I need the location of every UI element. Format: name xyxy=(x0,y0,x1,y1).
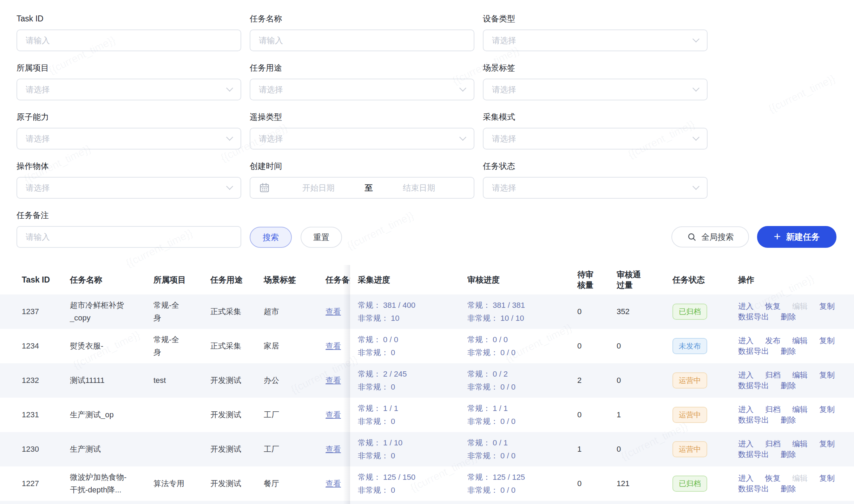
cell-pending-count: 0 xyxy=(575,307,615,316)
table-row: 1231 生产测试_op 开发测试 工厂 查看 常规： 1 / 1 非常规： 0… xyxy=(0,398,854,432)
chevron-down-icon xyxy=(459,134,466,141)
view-remark-link[interactable]: 查看 xyxy=(326,307,341,316)
action-edit[interactable]: 编辑 xyxy=(792,370,808,380)
action-enter[interactable]: 进入 xyxy=(738,370,754,380)
action-restore[interactable]: 恢复 xyxy=(765,473,781,484)
cell-pending-count: 0 xyxy=(575,341,615,351)
teleop-type-select[interactable]: 请选择 xyxy=(250,128,474,150)
collect-mode-select[interactable]: 请选择 xyxy=(483,128,708,150)
date-range-picker[interactable]: 开始日期 至 结束日期 xyxy=(250,177,474,199)
action-enter[interactable]: 进入 xyxy=(738,473,754,484)
col-header-scene: 场景标签 xyxy=(264,274,321,285)
view-remark-link[interactable]: 查看 xyxy=(326,376,341,385)
project-field: 所属项目 请选择 xyxy=(17,62,241,100)
cell-passed-count: 0 xyxy=(615,341,672,351)
action-enter[interactable]: 进入 xyxy=(738,404,754,415)
action-enter[interactable]: 进入 xyxy=(738,439,754,449)
atomic-ability-select[interactable]: 请选择 xyxy=(17,128,241,150)
task-id-field: Task ID xyxy=(17,13,241,51)
task-name-input[interactable] xyxy=(250,29,474,51)
action-copy[interactable]: 复制 xyxy=(819,336,835,346)
scene-tag-field: 场景标签 请选择 xyxy=(483,62,708,100)
action-restore[interactable]: 恢复 xyxy=(765,301,781,312)
cell-task-name: 生产测试_op xyxy=(70,409,153,421)
action-edit[interactable]: 编辑 xyxy=(792,439,808,449)
filter-label: 创建时间 xyxy=(250,161,474,171)
chevron-down-icon xyxy=(459,85,466,92)
col-header-pending: 待审核量 xyxy=(575,269,615,290)
reset-button[interactable]: 重置 xyxy=(301,227,342,248)
view-remark-link[interactable]: 查看 xyxy=(326,445,341,453)
toolbar: 全局搜索 + 新建任务 xyxy=(671,226,836,248)
action-archive[interactable]: 归档 xyxy=(765,404,781,415)
date-range-separator: 至 xyxy=(365,183,373,193)
filter-label: 设备类型 xyxy=(483,13,708,24)
watermark-text: {{current_time}} xyxy=(767,72,837,115)
action-copy[interactable]: 复制 xyxy=(819,370,835,380)
action-export[interactable]: 数据导出 xyxy=(738,415,769,425)
task-id-input[interactable] xyxy=(17,29,241,51)
cell-purpose: 正式采集 xyxy=(210,306,264,317)
action-archive[interactable]: 归档 xyxy=(765,439,781,449)
action-copy[interactable]: 复制 xyxy=(819,439,835,449)
action-export[interactable]: 数据导出 xyxy=(738,346,769,357)
chevron-down-icon xyxy=(692,35,699,42)
task-status-select[interactable]: 请选择 xyxy=(483,177,708,199)
cell-pending-count: 0 xyxy=(575,410,615,419)
status-badge: 运营中 xyxy=(672,407,707,423)
action-export[interactable]: 数据导出 xyxy=(738,484,769,494)
action-copy[interactable]: 复制 xyxy=(819,473,835,484)
create-task-button[interactable]: + 新建任务 xyxy=(757,226,836,248)
view-remark-link[interactable]: 查看 xyxy=(326,341,341,350)
action-copy[interactable]: 复制 xyxy=(819,301,835,312)
scene-tag-select[interactable]: 请选择 xyxy=(483,79,708,100)
select-placeholder: 请选择 xyxy=(492,183,694,193)
action-edit[interactable]: 编辑 xyxy=(792,473,808,484)
col-header-status: 任务状态 xyxy=(672,274,738,285)
action-export[interactable]: 数据导出 xyxy=(738,449,769,460)
action-copy[interactable]: 复制 xyxy=(819,404,835,415)
collect-irregular: 非常规： 0 xyxy=(358,484,395,497)
action-delete[interactable]: 删除 xyxy=(781,449,796,460)
action-export[interactable]: 数据导出 xyxy=(738,312,769,322)
action-enter[interactable]: 进入 xyxy=(738,336,754,346)
action-delete[interactable]: 删除 xyxy=(781,346,796,357)
task-remark-input[interactable] xyxy=(17,226,241,248)
project-select[interactable]: 请选择 xyxy=(17,79,241,100)
view-remark-link[interactable]: 查看 xyxy=(326,410,341,419)
cell-pending-count: 1 xyxy=(575,445,615,454)
collect-regular: 常规： 381 / 400 xyxy=(358,299,415,312)
action-archive[interactable]: 归档 xyxy=(765,370,781,380)
action-edit[interactable]: 编辑 xyxy=(792,404,808,415)
chevron-down-icon xyxy=(226,85,233,92)
action-delete[interactable]: 删除 xyxy=(781,380,796,391)
action-publish[interactable]: 发布 xyxy=(765,336,781,346)
action-edit[interactable]: 编辑 xyxy=(792,301,808,312)
device-type-select[interactable]: 请选择 xyxy=(483,29,708,51)
status-badge: 未发布 xyxy=(672,338,707,354)
chevron-down-icon xyxy=(692,85,699,92)
table-row-partial xyxy=(0,501,854,504)
action-delete[interactable]: 删除 xyxy=(781,415,796,425)
col-header-review: 审核进度 xyxy=(467,274,575,285)
collect-regular: 常规： 1 / 10 xyxy=(358,436,402,449)
action-delete[interactable]: 删除 xyxy=(781,312,796,322)
action-delete[interactable]: 删除 xyxy=(781,484,796,494)
action-enter[interactable]: 进入 xyxy=(738,301,754,312)
search-icon xyxy=(687,232,697,242)
search-button[interactable]: 搜索 xyxy=(250,227,292,248)
filter-label: 原子能力 xyxy=(17,112,241,122)
cell-scene: 超市 xyxy=(264,306,321,317)
review-irregular: 非常规： 0 / 0 xyxy=(467,346,515,359)
view-remark-link[interactable]: 查看 xyxy=(326,479,341,488)
action-edit[interactable]: 编辑 xyxy=(792,336,808,346)
review-regular: 常规： 0 / 2 xyxy=(467,367,508,380)
filter-label: 任务名称 xyxy=(250,13,474,24)
global-search-button[interactable]: 全局搜索 xyxy=(671,226,749,247)
table-row: 1227 微波炉加热食物-干扰-depth降... 算法专用 开发测试 餐厅 查… xyxy=(0,466,854,501)
operate-object-field: 操作物体 请选择 xyxy=(17,161,241,199)
create-time-field: 创建时间 开始日期 至 结束日期 xyxy=(250,161,474,199)
action-export[interactable]: 数据导出 xyxy=(738,380,769,391)
operate-object-select[interactable]: 请选择 xyxy=(17,177,241,199)
purpose-select[interactable]: 请选择 xyxy=(250,79,474,100)
